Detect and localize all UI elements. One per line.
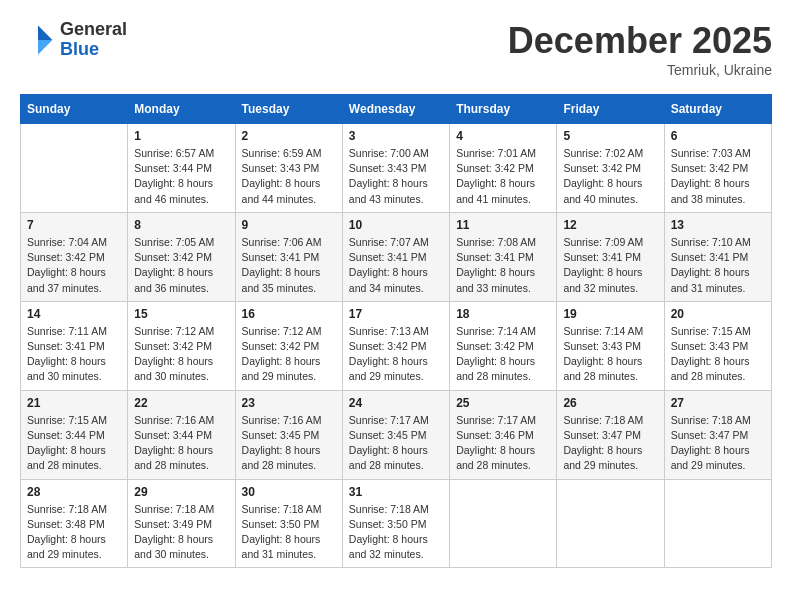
calendar-cell: 17Sunrise: 7:13 AMSunset: 3:42 PMDayligh… bbox=[342, 301, 449, 390]
day-number: 2 bbox=[242, 129, 336, 143]
day-info: Sunrise: 7:12 AMSunset: 3:42 PMDaylight:… bbox=[134, 324, 228, 385]
day-info: Sunrise: 7:18 AMSunset: 3:50 PMDaylight:… bbox=[242, 502, 336, 563]
calendar-week-2: 7Sunrise: 7:04 AMSunset: 3:42 PMDaylight… bbox=[21, 212, 772, 301]
month-title: December 2025 bbox=[508, 20, 772, 62]
calendar-week-1: 1Sunrise: 6:57 AMSunset: 3:44 PMDaylight… bbox=[21, 124, 772, 213]
day-number: 20 bbox=[671, 307, 765, 321]
day-info: Sunrise: 7:15 AMSunset: 3:44 PMDaylight:… bbox=[27, 413, 121, 474]
weekday-header-wednesday: Wednesday bbox=[342, 95, 449, 124]
calendar-cell: 1Sunrise: 6:57 AMSunset: 3:44 PMDaylight… bbox=[128, 124, 235, 213]
day-number: 26 bbox=[563, 396, 657, 410]
location-subtitle: Temriuk, Ukraine bbox=[508, 62, 772, 78]
weekday-header-thursday: Thursday bbox=[450, 95, 557, 124]
calendar-cell: 5Sunrise: 7:02 AMSunset: 3:42 PMDaylight… bbox=[557, 124, 664, 213]
day-info: Sunrise: 7:18 AMSunset: 3:47 PMDaylight:… bbox=[563, 413, 657, 474]
day-info: Sunrise: 7:05 AMSunset: 3:42 PMDaylight:… bbox=[134, 235, 228, 296]
calendar-cell: 3Sunrise: 7:00 AMSunset: 3:43 PMDaylight… bbox=[342, 124, 449, 213]
day-info: Sunrise: 7:18 AMSunset: 3:48 PMDaylight:… bbox=[27, 502, 121, 563]
calendar-cell: 6Sunrise: 7:03 AMSunset: 3:42 PMDaylight… bbox=[664, 124, 771, 213]
day-number: 3 bbox=[349, 129, 443, 143]
day-info: Sunrise: 7:07 AMSunset: 3:41 PMDaylight:… bbox=[349, 235, 443, 296]
calendar-cell: 8Sunrise: 7:05 AMSunset: 3:42 PMDaylight… bbox=[128, 212, 235, 301]
weekday-header-friday: Friday bbox=[557, 95, 664, 124]
calendar-cell: 25Sunrise: 7:17 AMSunset: 3:46 PMDayligh… bbox=[450, 390, 557, 479]
day-number: 17 bbox=[349, 307, 443, 321]
weekday-header-monday: Monday bbox=[128, 95, 235, 124]
day-number: 11 bbox=[456, 218, 550, 232]
calendar-cell: 9Sunrise: 7:06 AMSunset: 3:41 PMDaylight… bbox=[235, 212, 342, 301]
calendar-cell: 21Sunrise: 7:15 AMSunset: 3:44 PMDayligh… bbox=[21, 390, 128, 479]
day-number: 24 bbox=[349, 396, 443, 410]
day-number: 14 bbox=[27, 307, 121, 321]
logo-blue: Blue bbox=[60, 40, 127, 60]
day-info: Sunrise: 7:16 AMSunset: 3:45 PMDaylight:… bbox=[242, 413, 336, 474]
logo-text: General Blue bbox=[60, 20, 127, 60]
calendar-cell: 12Sunrise: 7:09 AMSunset: 3:41 PMDayligh… bbox=[557, 212, 664, 301]
calendar-cell: 28Sunrise: 7:18 AMSunset: 3:48 PMDayligh… bbox=[21, 479, 128, 568]
day-number: 16 bbox=[242, 307, 336, 321]
day-number: 15 bbox=[134, 307, 228, 321]
svg-marker-0 bbox=[38, 25, 52, 39]
day-number: 7 bbox=[27, 218, 121, 232]
day-number: 1 bbox=[134, 129, 228, 143]
day-info: Sunrise: 7:01 AMSunset: 3:42 PMDaylight:… bbox=[456, 146, 550, 207]
calendar-week-4: 21Sunrise: 7:15 AMSunset: 3:44 PMDayligh… bbox=[21, 390, 772, 479]
weekday-header-tuesday: Tuesday bbox=[235, 95, 342, 124]
day-number: 28 bbox=[27, 485, 121, 499]
calendar-table: SundayMondayTuesdayWednesdayThursdayFrid… bbox=[20, 94, 772, 568]
day-number: 18 bbox=[456, 307, 550, 321]
day-number: 27 bbox=[671, 396, 765, 410]
calendar-week-3: 14Sunrise: 7:11 AMSunset: 3:41 PMDayligh… bbox=[21, 301, 772, 390]
logo: General Blue bbox=[20, 20, 127, 60]
calendar-cell: 31Sunrise: 7:18 AMSunset: 3:50 PMDayligh… bbox=[342, 479, 449, 568]
day-number: 5 bbox=[563, 129, 657, 143]
day-info: Sunrise: 7:15 AMSunset: 3:43 PMDaylight:… bbox=[671, 324, 765, 385]
day-info: Sunrise: 7:10 AMSunset: 3:41 PMDaylight:… bbox=[671, 235, 765, 296]
day-number: 22 bbox=[134, 396, 228, 410]
day-number: 10 bbox=[349, 218, 443, 232]
day-info: Sunrise: 6:57 AMSunset: 3:44 PMDaylight:… bbox=[134, 146, 228, 207]
day-info: Sunrise: 7:17 AMSunset: 3:46 PMDaylight:… bbox=[456, 413, 550, 474]
calendar-cell: 2Sunrise: 6:59 AMSunset: 3:43 PMDaylight… bbox=[235, 124, 342, 213]
calendar-cell: 10Sunrise: 7:07 AMSunset: 3:41 PMDayligh… bbox=[342, 212, 449, 301]
calendar-cell: 13Sunrise: 7:10 AMSunset: 3:41 PMDayligh… bbox=[664, 212, 771, 301]
calendar-cell: 27Sunrise: 7:18 AMSunset: 3:47 PMDayligh… bbox=[664, 390, 771, 479]
calendar-cell: 16Sunrise: 7:12 AMSunset: 3:42 PMDayligh… bbox=[235, 301, 342, 390]
logo-icon bbox=[20, 22, 56, 58]
day-number: 6 bbox=[671, 129, 765, 143]
day-info: Sunrise: 7:18 AMSunset: 3:47 PMDaylight:… bbox=[671, 413, 765, 474]
day-number: 13 bbox=[671, 218, 765, 232]
day-info: Sunrise: 7:04 AMSunset: 3:42 PMDaylight:… bbox=[27, 235, 121, 296]
calendar-week-5: 28Sunrise: 7:18 AMSunset: 3:48 PMDayligh… bbox=[21, 479, 772, 568]
calendar-cell: 18Sunrise: 7:14 AMSunset: 3:42 PMDayligh… bbox=[450, 301, 557, 390]
day-info: Sunrise: 7:11 AMSunset: 3:41 PMDaylight:… bbox=[27, 324, 121, 385]
calendar-cell: 29Sunrise: 7:18 AMSunset: 3:49 PMDayligh… bbox=[128, 479, 235, 568]
day-number: 23 bbox=[242, 396, 336, 410]
page-header: General Blue December 2025 Temriuk, Ukra… bbox=[20, 20, 772, 78]
calendar-cell: 15Sunrise: 7:12 AMSunset: 3:42 PMDayligh… bbox=[128, 301, 235, 390]
day-number: 4 bbox=[456, 129, 550, 143]
day-number: 8 bbox=[134, 218, 228, 232]
day-info: Sunrise: 7:06 AMSunset: 3:41 PMDaylight:… bbox=[242, 235, 336, 296]
day-info: Sunrise: 7:17 AMSunset: 3:45 PMDaylight:… bbox=[349, 413, 443, 474]
day-number: 19 bbox=[563, 307, 657, 321]
day-info: Sunrise: 7:12 AMSunset: 3:42 PMDaylight:… bbox=[242, 324, 336, 385]
calendar-cell: 11Sunrise: 7:08 AMSunset: 3:41 PMDayligh… bbox=[450, 212, 557, 301]
day-info: Sunrise: 7:02 AMSunset: 3:42 PMDaylight:… bbox=[563, 146, 657, 207]
day-number: 29 bbox=[134, 485, 228, 499]
calendar-cell bbox=[450, 479, 557, 568]
calendar-cell: 4Sunrise: 7:01 AMSunset: 3:42 PMDaylight… bbox=[450, 124, 557, 213]
day-info: Sunrise: 7:00 AMSunset: 3:43 PMDaylight:… bbox=[349, 146, 443, 207]
day-info: Sunrise: 7:18 AMSunset: 3:50 PMDaylight:… bbox=[349, 502, 443, 563]
calendar-cell: 7Sunrise: 7:04 AMSunset: 3:42 PMDaylight… bbox=[21, 212, 128, 301]
day-info: Sunrise: 7:13 AMSunset: 3:42 PMDaylight:… bbox=[349, 324, 443, 385]
calendar-cell bbox=[21, 124, 128, 213]
day-number: 31 bbox=[349, 485, 443, 499]
day-number: 25 bbox=[456, 396, 550, 410]
svg-marker-1 bbox=[38, 40, 52, 54]
day-info: Sunrise: 7:08 AMSunset: 3:41 PMDaylight:… bbox=[456, 235, 550, 296]
calendar-cell: 20Sunrise: 7:15 AMSunset: 3:43 PMDayligh… bbox=[664, 301, 771, 390]
calendar-cell bbox=[664, 479, 771, 568]
day-number: 9 bbox=[242, 218, 336, 232]
day-info: Sunrise: 7:03 AMSunset: 3:42 PMDaylight:… bbox=[671, 146, 765, 207]
